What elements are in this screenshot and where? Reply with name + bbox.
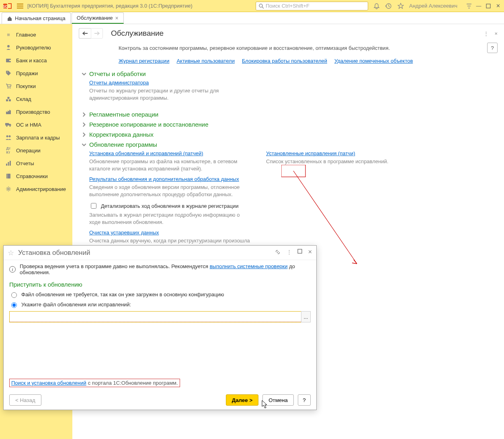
- history-icon[interactable]: [385, 2, 392, 10]
- svg-point-25: [9, 135, 11, 137]
- sidebar-item-reports[interactable]: Отчеты: [0, 157, 72, 170]
- file-path-input[interactable]: [9, 311, 301, 322]
- section-reports-toggle[interactable]: Отчеты и обработки: [81, 70, 498, 77]
- checkbox-label: Детализировать ход обновления в журнале …: [101, 203, 238, 209]
- svg-point-23: [9, 125, 11, 127]
- svg-rect-20: [8, 97, 10, 99]
- sidebar-item-purchases[interactable]: Покупки: [0, 80, 72, 92]
- settings-lines-icon[interactable]: [465, 2, 473, 10]
- link-active-users[interactable]: Активные пользователи: [176, 58, 235, 64]
- sidebar-item-sales[interactable]: Продажи: [0, 67, 72, 80]
- dialog-subtitle: Приступить к обновлению: [9, 281, 311, 288]
- home-icon: [7, 16, 12, 21]
- svg-rect-29: [6, 174, 10, 178]
- link-event-log[interactable]: Журнал регистрации: [119, 58, 169, 64]
- page-description: Контроль за состоянием программы, резерв…: [119, 45, 390, 51]
- sidebar-item-admin[interactable]: Администрирование: [0, 183, 72, 195]
- section-backup-toggle[interactable]: Резервное копирование и восстановление: [81, 121, 498, 128]
- nav-back-button[interactable]: [79, 28, 91, 39]
- next-button[interactable]: Далее >: [226, 394, 259, 406]
- link-cleanup-data[interactable]: Очистка устаревших данных: [89, 230, 250, 236]
- sidebar-item-salary[interactable]: Зарплата и кадры: [0, 131, 72, 144]
- sidebar-item-label: Склад: [16, 96, 31, 102]
- svg-point-16: [8, 88, 9, 89]
- link-update-results[interactable]: Результаты обновления и дополнительная о…: [89, 176, 250, 182]
- dialog-install-updates: ☆ Установка обновлений ⋮ ✕ i Проверка ве…: [3, 245, 317, 410]
- radio-choose-file-row[interactable]: Укажите файл обновления или исправлений:: [9, 301, 311, 308]
- section-routine-toggle[interactable]: Регламентные операции: [81, 111, 498, 118]
- nav-forward-button[interactable]: [91, 28, 103, 39]
- person-icon: [5, 44, 12, 51]
- maximize-icon[interactable]: [486, 3, 491, 9]
- sidebar-item-production[interactable]: Производство: [0, 105, 72, 118]
- favorite-star-icon[interactable]: ☆: [8, 248, 14, 257]
- link-icon[interactable]: [275, 249, 281, 256]
- svg-rect-19: [9, 99, 11, 101]
- more-vertical-icon[interactable]: ⋮: [287, 249, 292, 256]
- link-block-users[interactable]: Блокировка работы пользователей: [242, 58, 327, 64]
- sidebar-item-label: Продажи: [16, 70, 38, 76]
- sidebar-item-bank[interactable]: Банк и касса: [0, 54, 72, 67]
- sidebar-item-manager[interactable]: Руководителю: [0, 41, 72, 54]
- main-menu-icon[interactable]: [16, 2, 24, 10]
- link-portal-search[interactable]: Поиск и установка обновлений: [11, 380, 86, 386]
- section-correct-toggle[interactable]: Корректировка данных: [81, 131, 498, 138]
- bell-icon[interactable]: [373, 2, 380, 10]
- global-search-input[interactable]: Поиск Ctrl+Shift+F: [256, 2, 368, 10]
- maximize-dialog-icon[interactable]: [297, 249, 302, 256]
- boxes-icon: [5, 95, 12, 103]
- wallet-icon: [5, 57, 12, 64]
- close-panel-icon[interactable]: ×: [494, 31, 498, 37]
- sidebar-item-label: Производство: [16, 109, 50, 115]
- page-title: Обслуживание: [111, 29, 164, 38]
- link-installed-patches[interactable]: Установленные исправления (патчи): [266, 150, 427, 156]
- sidebar-item-label: Главное: [16, 32, 36, 38]
- radio-no-file[interactable]: [11, 292, 17, 298]
- sidebar-item-main[interactable]: ≡Главное: [0, 28, 72, 41]
- section-update-toggle[interactable]: Обновление программы: [81, 141, 498, 148]
- sidebar-item-label: Администрирование: [16, 186, 66, 192]
- close-icon[interactable]: ✕: [495, 3, 501, 9]
- link-delete-marked[interactable]: Удаление помеченных объектов: [334, 58, 413, 64]
- more-vertical-icon[interactable]: ⋮: [484, 31, 489, 37]
- sidebar-item-label: Зарплата и кадры: [16, 135, 60, 141]
- user-name-label[interactable]: Андрей Алексеевич: [409, 3, 457, 9]
- svg-point-24: [6, 135, 8, 137]
- svg-point-5: [259, 4, 262, 7]
- app-logo-icon: 1С: [3, 2, 13, 10]
- dtkt-icon: ДтКт: [5, 147, 12, 154]
- checkbox-detail-log[interactable]: [91, 203, 96, 209]
- dialog-info-text: Проверка ведения учета в программе давно…: [20, 263, 311, 275]
- cancel-button[interactable]: Отмена: [262, 394, 294, 406]
- svg-rect-21: [5, 123, 9, 125]
- radio-label: Укажите файл обновления или исправлений:: [21, 302, 131, 308]
- back-button[interactable]: < Назад: [9, 394, 41, 406]
- radio-no-file-row[interactable]: Файл обновления не требуется, так как он…: [9, 291, 311, 298]
- search-icon: [258, 3, 264, 9]
- link-install-updates[interactable]: Установка обновлений и исправлений (патч…: [89, 150, 250, 156]
- tab-maintenance[interactable]: Обслуживание ×: [72, 12, 124, 24]
- help-button[interactable]: ?: [487, 43, 498, 53]
- section-desc: Обновление программы из файла на компьют…: [89, 158, 250, 172]
- close-dialog-icon[interactable]: ✕: [308, 249, 312, 256]
- link-admin-reports[interactable]: Отчеты администратора: [89, 80, 498, 86]
- svg-rect-28: [10, 161, 11, 166]
- sidebar-item-assets[interactable]: ОС и НМА: [0, 118, 72, 131]
- tab-close-icon[interactable]: ×: [115, 15, 119, 21]
- tab-home[interactable]: Начальная страница: [2, 12, 71, 24]
- browse-button[interactable]: ...: [301, 311, 311, 322]
- menu-lines-icon: ≡: [5, 31, 12, 38]
- minimize-icon[interactable]: —: [476, 3, 481, 9]
- link-system-checks[interactable]: выполнить системные проверки: [210, 263, 288, 269]
- sidebar-item-operations[interactable]: ДтКтОперации: [0, 144, 72, 157]
- info-icon: i: [9, 266, 16, 273]
- section-title: Регламентные операции: [89, 111, 158, 118]
- sidebar-item-warehouse[interactable]: Склад: [0, 92, 72, 105]
- sidebar-item-catalogs[interactable]: Справочники: [0, 170, 72, 183]
- radio-choose-file[interactable]: [11, 302, 17, 308]
- factory-icon: [5, 108, 12, 115]
- book-icon: [5, 172, 12, 180]
- help-button[interactable]: ?: [298, 394, 311, 406]
- star-icon[interactable]: [397, 2, 404, 10]
- tab-maintenance-label: Обслуживание: [77, 15, 113, 21]
